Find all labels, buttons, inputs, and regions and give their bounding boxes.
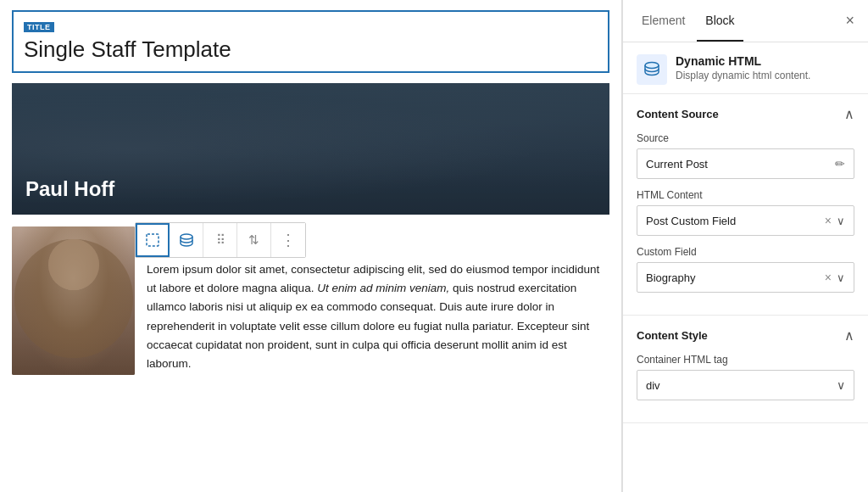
toolbar-more-btn[interactable]: ⋮ [271,223,305,257]
svg-rect-0 [147,234,159,246]
content-wrapper: ⠿ ⇅ ⋮ Lorem ipsum dolor sit amet, consec… [12,226,609,375]
block-toolbar: ⠿ ⇅ ⋮ [135,222,306,258]
html-content-label: HTML Content [637,189,854,201]
custom-field-select[interactable]: Biography × ∨ [637,262,854,293]
content-style-header: Content Style ∧ [637,327,854,344]
content-source-title: Content Source [637,108,719,120]
html-content-dropdown-icon[interactable]: ∨ [837,215,845,227]
html-content-field-group: HTML Content Post Custom Field × ∨ [637,189,854,236]
dynamic-html-icon-container [637,54,667,85]
svg-point-2 [645,63,659,69]
block-title: Dynamic HTML [676,54,810,68]
drag-icon: ⠿ [216,232,225,248]
html-content-value: Post Custom Field [646,215,825,227]
content-area: ⠿ ⇅ ⋮ Lorem ipsum dolor sit amet, consec… [12,226,609,375]
toolbar-select-btn[interactable] [136,223,170,257]
hero-name: Paul Hoff [25,177,114,201]
content-source-header: Content Source ∧ [637,106,854,122]
content-style-title: Content Style [637,329,708,342]
custom-field-group: Custom Field Biography × ∨ [637,246,854,293]
source-input[interactable]: Current Post ✏ [637,148,854,179]
toolbar-dynamic-html-btn[interactable] [170,223,203,257]
html-content-clear-icon[interactable]: × [825,214,832,227]
staff-content: Lorem ipsum dolor sit amet, consectetur … [12,226,609,375]
title-label: TITLE [24,22,54,32]
svg-point-1 [181,234,192,239]
content-source-section: Content Source ∧ Source Current Post ✏ H… [623,94,868,316]
content-style-section: Content Style ∧ Container HTML tag div ∨ [623,316,868,423]
hero-image: Paul Hoff [12,83,609,215]
custom-field-value: Biography [646,271,825,284]
block-description: Display dynamic html content. [676,70,810,81]
source-value: Current Post [646,158,835,171]
tab-block[interactable]: Block [697,0,743,42]
page-title: Single Staff Template [24,36,598,64]
toolbar-move-btn[interactable]: ⇅ [237,223,271,257]
custom-field-clear-icon[interactable]: × [825,271,832,284]
title-block[interactable]: TITLE Single Staff Template [12,10,609,73]
content-style-toggle[interactable]: ∧ [844,327,854,344]
content-source-toggle[interactable]: ∧ [844,106,854,122]
left-panel: TITLE Single Staff Template Paul Hoff [0,0,622,492]
close-button[interactable]: × [842,8,858,33]
staff-photo [12,226,135,375]
container-tag-label: Container HTML tag [637,354,854,366]
block-info: Dynamic HTML Display dynamic html conten… [676,54,810,81]
container-tag-select[interactable]: div ∨ [637,370,854,400]
custom-field-label: Custom Field [637,246,854,258]
move-icon: ⇅ [248,232,259,248]
panel-tabs: Element Block × [623,0,868,42]
toolbar-drag-btn[interactable]: ⠿ [203,223,237,257]
edit-icon[interactable]: ✏ [835,157,845,171]
html-content-select[interactable]: Post Custom Field × ∨ [637,205,854,236]
source-label: Source [637,132,854,144]
right-panel: Element Block × Dynamic HTML Display dyn… [622,0,868,492]
block-header: Dynamic HTML Display dynamic html conten… [623,42,868,94]
tab-element[interactable]: Element [633,0,693,42]
container-tag-dropdown-icon[interactable]: ∨ [837,378,845,392]
database-icon [643,60,661,79]
more-icon: ⋮ [281,231,296,249]
custom-field-dropdown-icon[interactable]: ∨ [837,271,845,284]
body-text: Lorem ipsum dolor sit amet, consectetur … [147,260,609,374]
container-tag-field-group: Container HTML tag div ∨ [637,354,854,400]
container-tag-value: div [646,379,837,392]
source-field-group: Source Current Post ✏ [637,132,854,179]
